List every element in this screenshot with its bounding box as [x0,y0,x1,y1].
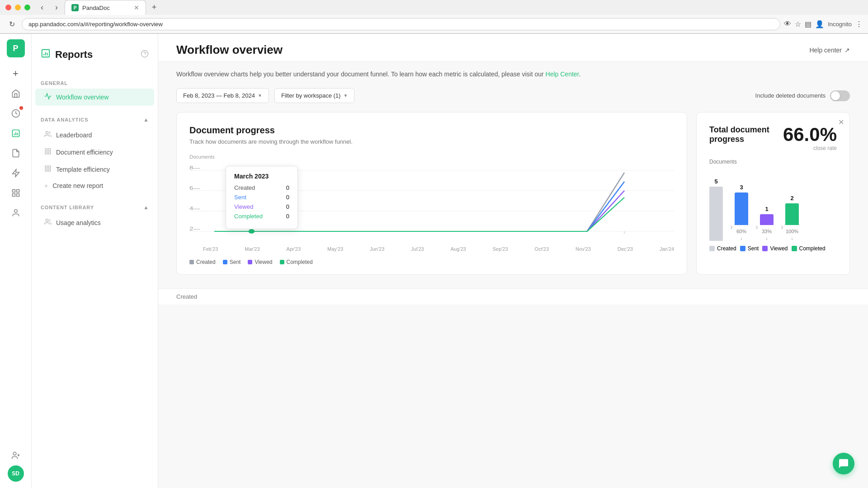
total-card-close-btn[interactable]: ✕ [838,118,844,127]
svg-rect-20 [48,166,51,168]
template-efficiency-icon [44,165,52,174]
legend-item-viewed: Viewed [248,259,272,265]
svg-rect-4 [16,190,19,192]
tab-close-icon[interactable]: ✕ [134,4,139,11]
app-container: P + SD [0,34,868,488]
chat-bubble-btn[interactable] [833,453,854,474]
tooltip-row-sent: Sent 0 [234,194,289,201]
browser-chrome: ‹ › P PandaDoc ✕ + ↻ app.pandadoc.com/a/… [0,0,868,34]
help-center-link[interactable]: Help center ↗ [809,47,850,54]
total-card-header: Total document progress 66.0% close rate [709,125,837,151]
arrow-sent-viewed: › [754,222,760,232]
total-docs-label: Documents [709,159,837,165]
tooltip-value-sent: 0 [286,194,289,201]
total-legend-created: Created [709,245,736,252]
tab-favicon: P [71,4,79,11]
sidebar-icon-home[interactable] [7,84,25,103]
sidebar-icon-templates[interactable] [7,184,25,202]
legend-label-completed: Completed [287,259,313,265]
include-deleted-label: Include deleted documents [755,92,826,99]
tooltip-row-completed: Completed 0 [234,213,289,220]
address-bar: ↻ app.pandadoc.com/a/#/reporting/workflo… [0,15,868,33]
back-btn[interactable]: ‹ [36,1,48,14]
forward-btn[interactable]: › [50,1,63,14]
sidebar-icon-integrations[interactable] [7,164,25,182]
profile-icon[interactable]: 👤 [815,20,824,28]
browser-tab[interactable]: P PandaDoc ✕ [65,0,146,15]
star-icon[interactable]: ☆ [795,20,801,28]
user-avatar[interactable]: SD [7,465,25,483]
sidebar-item-leaderboard[interactable]: Leaderboard [35,127,154,144]
doc-progress-subtitle: Track how documents are moving through t… [189,138,674,145]
bar-arrow-viewed: ↓ [766,236,768,241]
workspace-filter-btn[interactable]: Filter by workspace (1) ▼ [274,88,354,103]
arrow-created-sent: › [728,222,735,232]
browser-max-btn[interactable] [24,5,30,10]
menu-icon[interactable]: ⋮ [855,20,863,28]
browser-close-btn[interactable] [5,5,11,10]
sidebar-item-usage-analytics[interactable]: Usage analytics [35,214,154,231]
sidebar-item-create-new-report[interactable]: + Create new report [35,178,154,193]
total-card-legend: Created Sent Viewed Completed [709,245,837,252]
url-bar[interactable]: app.pandadoc.com/a/#/reporting/workflow-… [22,18,780,30]
usage-analytics-icon [44,218,52,227]
bar-group-completed: 2 100% ↓ [785,195,799,241]
legend-dot-created [189,260,194,264]
svg-rect-21 [48,169,51,171]
svg-rect-6 [12,194,15,197]
content-library-collapse-btn[interactable]: ▲ [143,204,149,211]
sidebar-item-document-efficiency[interactable]: Document efficiency [35,144,154,161]
sidebar-header: Reports [32,43,158,70]
bar-group-viewed: 1 33% ↓ [760,206,774,241]
icon-sidebar: P + SD [0,34,32,488]
svg-rect-22 [45,169,47,171]
new-tab-btn[interactable]: + [148,1,160,14]
main-header: Workflow overview Help center ↗ [158,34,868,62]
date-filter-btn[interactable]: Feb 8, 2023 — Feb 8, 2024 ▼ [176,88,269,103]
sidebar-title: Reports [55,49,93,61]
legend-item-sent: Sent [223,259,241,265]
bar-viewed [760,214,774,225]
tab-bar: ‹ › P PandaDoc ✕ + [0,0,868,15]
sidebar-item-template-efficiency[interactable]: Template efficiency [35,161,154,178]
help-center-link-inline[interactable]: Help Center [546,70,579,78]
close-rate-label: close rate [783,145,837,151]
x-label-oct23: Oct'23 [535,246,549,252]
sidebar-icon-reports[interactable] [7,124,25,142]
total-legend-label-sent: Sent [748,245,759,252]
total-legend-dot-sent [740,246,745,251]
browser-min-btn[interactable] [15,5,21,10]
date-filter-label: Feb 8, 2023 — Feb 8, 2024 [183,92,255,99]
workspace-filter-label: Filter by workspace (1) [281,92,340,99]
app-logo[interactable]: P [7,39,25,57]
svg-text:4—: 4— [189,206,200,211]
eye-off-icon: 👁 [784,20,791,28]
include-deleted-toggle[interactable] [830,90,850,101]
x-label-sep23: Sep'23 [493,246,508,252]
svg-rect-16 [48,149,51,151]
sidebar-icon-add[interactable]: + [7,65,25,83]
total-percentage-area: 66.0% close rate [783,125,837,151]
x-label-jan24: Jan'24 [660,246,674,252]
sidebar-item-label-doc-efficiency: Document efficiency [56,149,113,156]
total-legend-viewed: Viewed [762,245,788,252]
workspace-filter-arrow-icon: ▼ [343,93,348,98]
sidebar-icon-add-user[interactable] [7,446,25,465]
sidebar-icon[interactable]: ▤ [805,20,811,28]
x-label-aug23: Aug'23 [451,246,466,252]
sidebar-icon-activity[interactable] [7,104,25,122]
section-header-content-library: CONTENT LIBRARY ▲ [32,201,158,214]
sidebar-icon-contacts[interactable] [7,204,25,222]
sidebar-item-workflow-overview[interactable]: Workflow overview [35,89,154,106]
svg-rect-15 [45,149,47,151]
svg-rect-18 [45,152,47,154]
help-icon[interactable] [141,50,149,60]
sidebar-icon-documents[interactable] [7,144,25,162]
bar-arrow-completed: ↓ [791,236,793,241]
bar-pct-completed: 100% [786,229,798,234]
x-label-dec23: Dec'23 [618,246,633,252]
data-analytics-collapse-btn[interactable]: ▲ [143,117,149,123]
reload-btn[interactable]: ↻ [5,18,18,30]
tooltip-value-viewed: 0 [286,203,289,210]
tooltip-label-viewed: Viewed [234,203,253,210]
